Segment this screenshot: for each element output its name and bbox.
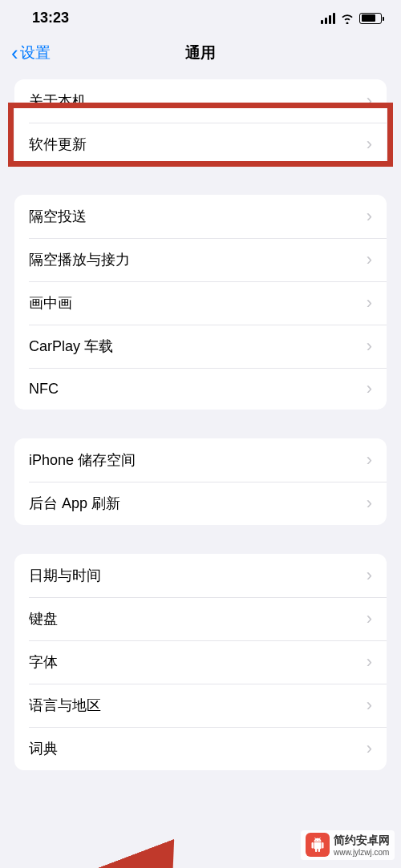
watermark-icon [306,833,330,857]
row-label: NFC [29,381,59,398]
page-title: 通用 [185,42,216,63]
chevron-right-icon: › [367,653,372,671]
row-background-refresh[interactable]: 后台 App 刷新 › [14,482,387,525]
chevron-right-icon: › [367,92,372,110]
row-label: CarPlay 车载 [29,337,113,356]
watermark: 简约安卓网 www.jylzwj.com [301,830,395,860]
row-dictionary[interactable]: 词典 › [14,727,387,770]
row-storage[interactable]: iPhone 储存空间 › [14,438,387,482]
row-label: 键盘 [29,609,58,628]
cellular-signal-icon [321,13,335,24]
row-fonts[interactable]: 字体 › [14,640,387,684]
row-label: iPhone 储存空间 [29,450,136,470]
watermark-title: 简约安卓网 [334,833,390,847]
chevron-right-icon: › [367,294,372,312]
status-bar: 13:23 [0,0,401,33]
chevron-right-icon: › [367,251,372,268]
chevron-right-icon: › [367,337,372,355]
nav-header: ‹ 设置 通用 [0,33,401,79]
row-carplay[interactable]: CarPlay 车载 › [14,325,387,368]
settings-section: 关于本机 › 软件更新 › [14,79,387,166]
row-pip[interactable]: 画中画 › [14,281,387,325]
row-software-update[interactable]: 软件更新 › [14,123,387,166]
row-airdrop[interactable]: 隔空投送 › [14,195,387,238]
row-label: 语言与地区 [29,696,101,715]
row-label: 软件更新 [29,135,87,154]
chevron-right-icon: › [367,610,372,628]
status-time: 13:23 [32,10,69,26]
row-datetime[interactable]: 日期与时间 › [14,554,387,597]
chevron-left-icon: ‹ [11,42,18,63]
row-nfc[interactable]: NFC › [14,368,387,410]
watermark-url: www.jylzwj.com [334,847,390,858]
status-indicators [321,13,382,24]
chevron-right-icon: › [367,451,372,469]
chevron-right-icon: › [367,135,372,153]
row-label: 后台 App 刷新 [29,494,120,513]
watermark-text: 简约安卓网 www.jylzwj.com [334,833,390,858]
row-label: 日期与时间 [29,566,101,585]
chevron-right-icon: › [367,740,372,757]
chevron-right-icon: › [367,208,372,225]
row-label: 画中画 [29,293,72,313]
chevron-right-icon: › [367,380,372,398]
row-label: 隔空播放与接力 [29,250,130,269]
battery-icon [359,13,382,24]
row-language-region[interactable]: 语言与地区 › [14,684,387,727]
row-label: 字体 [29,652,58,672]
row-label: 关于本机 [29,91,87,111]
row-label: 词典 [29,739,58,758]
row-keyboard[interactable]: 键盘 › [14,597,387,640]
row-about[interactable]: 关于本机 › [14,79,387,123]
row-airplay[interactable]: 隔空播放与接力 › [14,238,387,281]
settings-section: 日期与时间 › 键盘 › 字体 › 语言与地区 › 词典 › [14,554,387,770]
back-button[interactable]: ‹ 设置 [11,42,51,63]
row-label: 隔空投送 [29,207,87,226]
chevron-right-icon: › [367,696,372,714]
chevron-right-icon: › [367,567,372,584]
settings-section: iPhone 储存空间 › 后台 App 刷新 › [14,438,387,525]
settings-section: 隔空投送 › 隔空播放与接力 › 画中画 › CarPlay 车载 › NFC … [14,195,387,410]
back-label: 设置 [20,42,51,63]
chevron-right-icon: › [367,495,372,512]
wifi-icon [340,13,354,24]
